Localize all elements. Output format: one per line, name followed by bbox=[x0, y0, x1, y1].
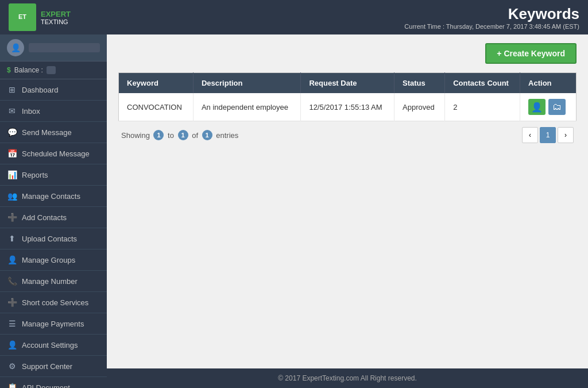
sidebar-item-scheduled-message[interactable]: 📅 Scheduled Message bbox=[0, 143, 107, 164]
manage-contacts-icon: 👥 bbox=[7, 191, 17, 201]
brand-name: EXPERT TEXTING bbox=[41, 10, 71, 25]
pagination-info: Showing 1 to 1 of 1 entries bbox=[121, 130, 238, 140]
sidebar-item-send-message[interactable]: 💬 Send Message bbox=[0, 122, 107, 143]
to-badge: 1 bbox=[178, 130, 188, 140]
sidebar-label-manage-groups: Manage Groups bbox=[22, 256, 100, 264]
sidebar-label-add-contacts: Add Contacts bbox=[22, 213, 100, 222]
scheduled-message-icon: 📅 bbox=[7, 148, 17, 159]
total-badge: 1 bbox=[202, 130, 212, 140]
sidebar-label-send-message: Send Message bbox=[22, 128, 100, 137]
sidebar-label-api-document: API Document bbox=[22, 383, 100, 389]
cell-action: 👤 🗂 bbox=[520, 93, 577, 121]
table-header-row: KeywordDescriptionRequest DateStatusCont… bbox=[119, 73, 577, 94]
sidebar-item-manage-groups[interactable]: 👤 Manage Groups bbox=[0, 249, 107, 271]
main-layout: 👤 $ Balance : ⊞ Dashboard ✉ Inbox 💬 Send… bbox=[0, 34, 588, 388]
sidebar-label-account-settings: Account Settings bbox=[22, 341, 100, 349]
sidebar-label-dashboard: Dashboard bbox=[22, 86, 100, 94]
create-keyword-button[interactable]: + Create Keyword bbox=[485, 43, 577, 64]
keywords-table: KeywordDescriptionRequest DateStatusCont… bbox=[118, 72, 577, 121]
sidebar-item-account-settings[interactable]: 👤 Account Settings bbox=[0, 335, 107, 356]
dollar-icon: $ bbox=[7, 66, 11, 74]
sidebar-label-inbox: Inbox bbox=[22, 107, 100, 116]
nav-list: ⊞ Dashboard ✉ Inbox 💬 Send Message 📅 Sch… bbox=[0, 79, 107, 388]
entries-text: entries bbox=[214, 131, 239, 140]
sidebar-item-add-contacts[interactable]: ➕ Add Contacts bbox=[0, 207, 107, 228]
sidebar-item-api-document[interactable]: 📋 API Document bbox=[0, 377, 107, 388]
table-body: CONVOCATIONAn independent employee12/5/2… bbox=[119, 93, 577, 121]
create-btn-row: + Create Keyword bbox=[118, 43, 577, 64]
footer: © 2017 ExpertTexting.com All Right reser… bbox=[107, 368, 588, 388]
prev-page-button[interactable]: ‹ bbox=[522, 127, 538, 143]
col-action: Action bbox=[520, 73, 577, 94]
sidebar-item-reports[interactable]: 📊 Reports bbox=[0, 164, 107, 186]
of-text: of bbox=[190, 131, 200, 140]
content-area: + Create Keyword KeywordDescriptionReque… bbox=[107, 34, 588, 388]
sidebar-item-inbox[interactable]: ✉ Inbox bbox=[0, 101, 107, 122]
to-text: to bbox=[165, 131, 176, 140]
cell-description: An independent employee bbox=[193, 93, 300, 121]
send-message-icon: 💬 bbox=[7, 127, 17, 137]
manage-groups-icon: 👤 bbox=[7, 255, 17, 265]
sidebar-item-dashboard[interactable]: ⊞ Dashboard bbox=[0, 79, 107, 101]
sidebar-item-manage-contacts[interactable]: 👥 Manage Contacts bbox=[0, 186, 107, 207]
col-status: Status bbox=[394, 73, 445, 94]
page-1-button[interactable]: 1 bbox=[540, 127, 556, 143]
cell-contacts-count: 2 bbox=[445, 93, 520, 121]
cell-keyword: CONVOCATION bbox=[119, 93, 194, 121]
view-action-button[interactable]: 🗂 bbox=[548, 99, 566, 115]
next-page-button[interactable]: › bbox=[558, 127, 574, 143]
sidebar-label-manage-payments: Manage Payments bbox=[22, 320, 100, 328]
balance-label: Balance : bbox=[14, 66, 43, 74]
action-icons: 👤 🗂 bbox=[528, 99, 568, 115]
cell-status: Approved bbox=[394, 93, 445, 121]
avatar: 👤 bbox=[7, 39, 24, 56]
add-contacts-icon: ➕ bbox=[7, 212, 17, 222]
manage-number-icon: 📞 bbox=[7, 276, 17, 286]
user-name-masked bbox=[29, 43, 100, 52]
upload-contacts-icon: ⬆ bbox=[7, 233, 17, 244]
table-header: KeywordDescriptionRequest DateStatusCont… bbox=[119, 73, 577, 94]
pagination-row: Showing 1 to 1 of 1 entries ‹ 1 › bbox=[118, 121, 577, 149]
table-row: CONVOCATIONAn independent employee12/5/2… bbox=[119, 93, 577, 121]
account-settings-icon: 👤 bbox=[7, 340, 17, 350]
dashboard-icon: ⊞ bbox=[7, 84, 17, 95]
sidebar: 👤 $ Balance : ⊞ Dashboard ✉ Inbox 💬 Send… bbox=[0, 34, 107, 388]
sidebar-item-upload-contacts[interactable]: ⬆ Upload Contacts bbox=[0, 228, 107, 249]
logo-area: ET EXPERT TEXTING bbox=[9, 3, 71, 31]
support-center-icon: ⚙ bbox=[7, 361, 17, 371]
current-time: Current Time : Thursday, December 7, 201… bbox=[404, 23, 579, 30]
top-right: Keywords Current Time : Thursday, Decemb… bbox=[404, 5, 579, 30]
add-contact-action-button[interactable]: 👤 bbox=[528, 99, 546, 115]
col-keyword: Keyword bbox=[119, 73, 194, 94]
logo-box: ET bbox=[9, 3, 36, 31]
sidebar-label-upload-contacts: Upload Contacts bbox=[22, 235, 100, 243]
showing-text: Showing bbox=[121, 131, 152, 140]
sidebar-item-short-code-services[interactable]: ➕ Short code Services bbox=[0, 292, 107, 313]
top-bar: ET EXPERT TEXTING Keywords Current Time … bbox=[0, 0, 588, 34]
sidebar-label-manage-number: Manage Number bbox=[22, 277, 100, 286]
sidebar-item-manage-payments[interactable]: ☰ Manage Payments bbox=[0, 313, 107, 335]
balance-bar: $ Balance : bbox=[0, 62, 107, 79]
sidebar-label-reports: Reports bbox=[22, 171, 100, 179]
content-inner: + Create Keyword KeywordDescriptionReque… bbox=[107, 34, 588, 368]
sidebar-label-manage-contacts: Manage Contacts bbox=[22, 192, 100, 201]
user-area: 👤 bbox=[0, 34, 107, 62]
inbox-icon: ✉ bbox=[7, 106, 17, 116]
short-code-services-icon: ➕ bbox=[7, 297, 17, 308]
api-document-icon: 📋 bbox=[7, 382, 17, 388]
from-badge: 1 bbox=[153, 130, 164, 140]
reports-icon: 📊 bbox=[7, 170, 17, 180]
logo-icon: ET bbox=[18, 13, 26, 21]
sidebar-label-support-center: Support Center bbox=[22, 362, 100, 371]
sidebar-item-support-center[interactable]: ⚙ Support Center bbox=[0, 356, 107, 377]
manage-payments-icon: ☰ bbox=[7, 318, 17, 329]
sidebar-label-short-code-services: Short code Services bbox=[22, 298, 100, 307]
col-request-date: Request Date bbox=[301, 73, 394, 94]
page-title: Keywords bbox=[404, 5, 579, 23]
col-contacts-count: Contacts Count bbox=[445, 73, 520, 94]
sidebar-item-manage-number[interactable]: 📞 Manage Number bbox=[0, 271, 107, 292]
sidebar-label-scheduled-message: Scheduled Message bbox=[22, 149, 100, 158]
cell-request-date: 12/5/2017 1:55:13 AM bbox=[301, 93, 394, 121]
pagination-controls: ‹ 1 › bbox=[522, 127, 574, 143]
copyright-text: © 2017 ExpertTexting.com All Right reser… bbox=[278, 374, 417, 382]
